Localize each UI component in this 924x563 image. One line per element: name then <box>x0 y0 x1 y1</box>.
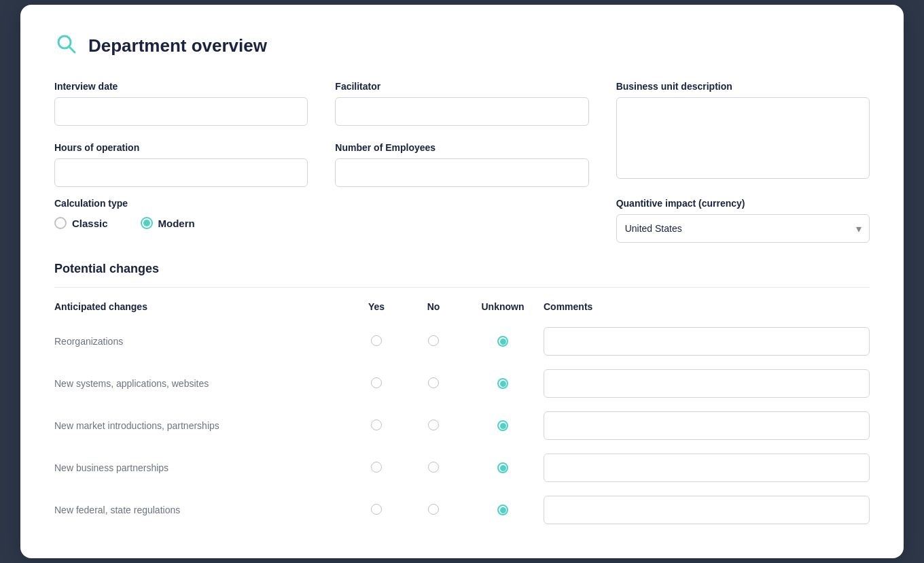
interview-date-group: Interview date <box>54 81 308 126</box>
hours-of-operation-label: Hours of operation <box>54 142 308 153</box>
table-row: New federal, state regulations <box>54 489 870 531</box>
main-card: Department overview Interview date Facil… <box>20 5 904 558</box>
radio-classic-label: Classic <box>72 218 108 229</box>
radio-unknown-filled[interactable] <box>497 378 508 389</box>
radio-no-cell[interactable] <box>405 320 462 362</box>
anticipated-changes-table: Anticipated changes Yes No Unknown Comme… <box>54 301 870 531</box>
comment-cell <box>544 405 870 447</box>
radio-unknown-filled[interactable] <box>497 462 508 473</box>
radio-no-empty[interactable] <box>428 377 439 388</box>
change-label: New federal, state regulations <box>54 489 348 531</box>
radio-yes-cell[interactable] <box>348 362 405 405</box>
radio-yes-empty[interactable] <box>371 420 382 430</box>
table-row: New market introductions, partnerships <box>54 405 870 447</box>
table-row: New business partnerships <box>54 447 870 489</box>
comment-cell <box>544 362 870 405</box>
comment-cell <box>544 320 870 362</box>
radio-yes-cell[interactable] <box>348 489 405 531</box>
radio-unknown-cell[interactable] <box>462 489 544 531</box>
calculation-type-label: Calculation type <box>54 198 589 209</box>
quantitive-impact-label: Quantitive impact (currency) <box>616 198 870 209</box>
change-label: New systems, applications, websites <box>54 362 348 405</box>
comment-input[interactable] <box>544 454 870 482</box>
radio-modern-label: Modern <box>158 218 195 229</box>
interview-date-label: Interview date <box>54 81 308 92</box>
num-employees-input[interactable] <box>335 158 588 187</box>
change-label: Reorganizations <box>54 320 348 362</box>
svg-line-1 <box>69 47 75 52</box>
potential-changes-title: Potential changes <box>54 262 870 276</box>
radio-modern-circle <box>141 217 153 229</box>
radio-unknown-filled[interactable] <box>497 505 508 515</box>
calc-currency-row: Calculation type Classic Modern Quantiti… <box>54 198 870 243</box>
page-title: Department overview <box>88 35 267 56</box>
table-row: Reorganizations <box>54 320 870 362</box>
section-divider <box>54 287 870 288</box>
th-unknown: Unknown <box>462 301 544 320</box>
business-unit-label: Business unit description <box>616 81 870 92</box>
facilitator-label: Facilitator <box>335 81 588 92</box>
comment-input[interactable] <box>544 369 870 398</box>
radio-unknown-cell[interactable] <box>462 320 544 362</box>
radio-classic-circle <box>54 217 67 229</box>
hours-of-operation-input[interactable] <box>54 158 308 187</box>
potential-changes-section: Potential changes Anticipated changes Ye… <box>54 262 870 531</box>
radio-classic[interactable]: Classic <box>54 217 108 229</box>
radio-unknown-cell[interactable] <box>462 362 544 405</box>
radio-yes-cell[interactable] <box>348 447 405 489</box>
search-icon <box>54 32 79 59</box>
radio-yes-cell[interactable] <box>348 405 405 447</box>
radio-no-empty[interactable] <box>428 420 439 430</box>
calculation-type-radio-group: Classic Modern <box>54 217 589 229</box>
radio-no-empty[interactable] <box>428 504 439 515</box>
radio-no-cell[interactable] <box>405 362 462 405</box>
num-employees-label: Number of Employees <box>335 142 588 153</box>
th-no: No <box>405 301 462 320</box>
th-comments: Comments <box>544 301 870 320</box>
facilitator-input[interactable] <box>335 97 588 126</box>
facilitator-group: Facilitator <box>335 81 588 126</box>
radio-yes-empty[interactable] <box>371 377 382 388</box>
comment-input[interactable] <box>544 411 870 440</box>
currency-select[interactable]: United States Euro British Pound Japanes… <box>616 214 870 243</box>
comment-cell <box>544 489 870 531</box>
change-label: New market introductions, partnerships <box>54 405 348 447</box>
radio-unknown-cell[interactable] <box>462 405 544 447</box>
comment-cell <box>544 447 870 489</box>
table-row: New systems, applications, websites <box>54 362 870 405</box>
th-change: Anticipated changes <box>54 301 348 320</box>
currency-select-wrapper: United States Euro British Pound Japanes… <box>616 214 870 243</box>
radio-no-cell[interactable] <box>405 489 462 531</box>
radio-unknown-filled[interactable] <box>497 336 508 347</box>
radio-yes-cell[interactable] <box>348 320 405 362</box>
quantitive-impact-group: Quantitive impact (currency) United Stat… <box>616 198 870 243</box>
radio-no-cell[interactable] <box>405 405 462 447</box>
radio-no-cell[interactable] <box>405 447 462 489</box>
radio-yes-empty[interactable] <box>371 335 382 346</box>
radio-no-empty[interactable] <box>428 462 439 473</box>
radio-yes-empty[interactable] <box>371 504 382 515</box>
comment-input[interactable] <box>544 496 870 524</box>
business-unit-group: Business unit description <box>616 81 870 187</box>
radio-unknown-cell[interactable] <box>462 447 544 489</box>
form-section: Interview date Facilitator Business unit… <box>54 81 870 187</box>
th-yes: Yes <box>348 301 405 320</box>
num-employees-group: Number of Employees <box>335 142 588 187</box>
interview-date-input[interactable] <box>54 97 308 126</box>
calculation-type-group: Calculation type Classic Modern <box>54 198 589 243</box>
page-header: Department overview <box>54 32 870 59</box>
change-label: New business partnerships <box>54 447 348 489</box>
radio-yes-empty[interactable] <box>371 462 382 473</box>
radio-modern[interactable]: Modern <box>141 217 195 229</box>
radio-no-empty[interactable] <box>428 335 439 346</box>
business-unit-textarea[interactable] <box>616 97 870 179</box>
radio-unknown-filled[interactable] <box>497 420 508 431</box>
hours-of-operation-group: Hours of operation <box>54 142 308 187</box>
comment-input[interactable] <box>544 327 870 356</box>
